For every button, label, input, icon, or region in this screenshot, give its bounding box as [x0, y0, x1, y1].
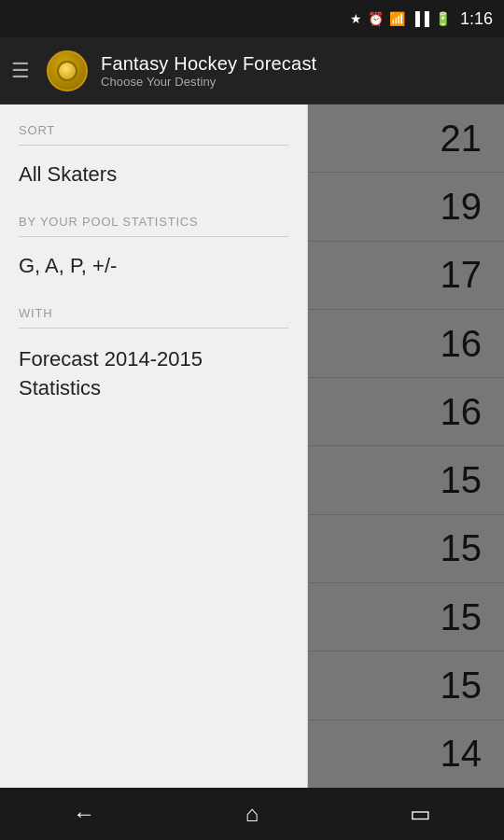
- score-row[interactable]: 15: [308, 446, 504, 514]
- score-value: 15: [441, 596, 483, 638]
- recents-button[interactable]: [392, 795, 448, 833]
- app-logo-inner: [57, 61, 77, 81]
- hamburger-icon[interactable]: ☰: [11, 59, 30, 83]
- score-row[interactable]: 15: [308, 515, 504, 583]
- pool-stats-value[interactable]: G, A, P, +/-: [0, 237, 307, 287]
- app-title: Fantasy Hockey Forecast: [101, 53, 316, 75]
- nav-bar: [0, 788, 504, 840]
- pool-stats-label: BY YOUR POOL STATISTICS: [0, 196, 307, 236]
- score-row[interactable]: 17: [308, 242, 504, 310]
- main-content: SORT All Skaters BY YOUR POOL STATISTICS…: [0, 105, 504, 788]
- sort-label: SORT: [0, 105, 307, 145]
- score-value: 19: [441, 186, 483, 228]
- with-value[interactable]: Forecast 2014-2015Statistics: [0, 329, 307, 413]
- score-value: 16: [441, 323, 483, 365]
- score-value: 21: [441, 118, 483, 160]
- score-row[interactable]: 15: [308, 651, 504, 720]
- home-button[interactable]: [224, 795, 280, 833]
- right-panel: 21191716161515151514: [308, 105, 504, 788]
- score-row[interactable]: 15: [308, 583, 504, 651]
- score-row[interactable]: 21: [308, 105, 504, 173]
- app-logo: [47, 50, 88, 91]
- score-value: 17: [441, 254, 483, 296]
- score-value: 14: [441, 733, 483, 775]
- sort-value[interactable]: All Skaters: [0, 146, 307, 196]
- home-icon: [245, 801, 259, 827]
- score-value: 15: [441, 527, 483, 569]
- back-icon: [73, 801, 95, 827]
- status-bar: ★ ⏰ 📶 ▐▐ 🔋 1:16: [0, 0, 504, 37]
- battery-icon: 🔋: [435, 11, 451, 26]
- alarm-icon: ⏰: [368, 11, 384, 26]
- with-label: WITH: [0, 287, 307, 328]
- score-row[interactable]: 16: [308, 310, 504, 378]
- bluetooth-icon: ★: [350, 11, 362, 26]
- score-value: 15: [441, 665, 483, 707]
- score-value: 15: [441, 459, 483, 501]
- score-value: 16: [441, 391, 483, 433]
- status-time: 1:16: [460, 9, 493, 29]
- score-row[interactable]: 19: [308, 173, 504, 241]
- back-button[interactable]: [56, 795, 112, 833]
- recents-icon: [410, 801, 431, 827]
- app-title-group: Fantasy Hockey Forecast Choose Your Dest…: [101, 53, 316, 89]
- signal-icon: ▐▐: [411, 11, 429, 26]
- app-bar: ☰ Fantasy Hockey Forecast Choose Your De…: [0, 37, 504, 105]
- score-row[interactable]: 14: [308, 721, 504, 788]
- app-subtitle: Choose Your Destiny: [101, 75, 316, 89]
- wifi-icon: 📶: [389, 11, 405, 26]
- score-row[interactable]: 16: [308, 378, 504, 446]
- status-icons: ★ ⏰ 📶 ▐▐ 🔋 1:16: [350, 9, 493, 29]
- left-panel: SORT All Skaters BY YOUR POOL STATISTICS…: [0, 105, 308, 788]
